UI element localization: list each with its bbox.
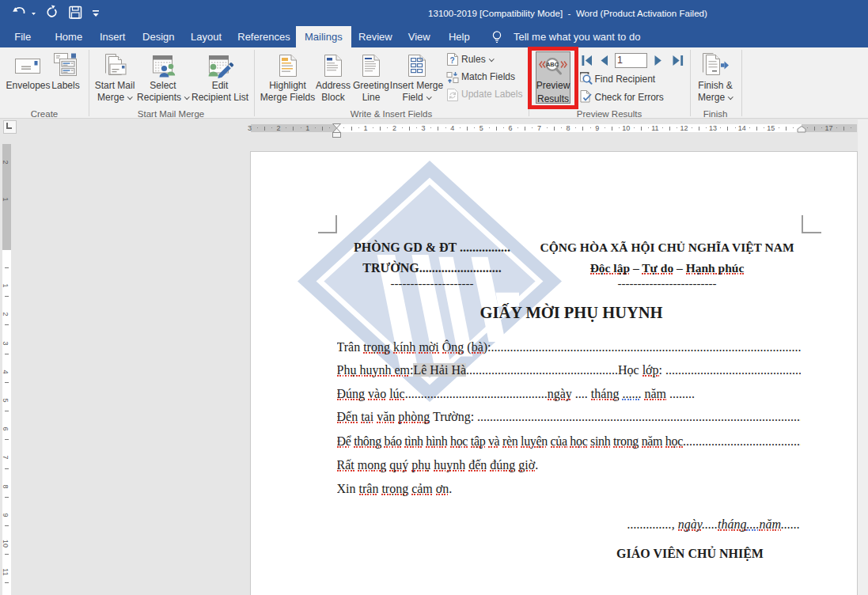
svg-text:?: ? bbox=[449, 56, 454, 65]
